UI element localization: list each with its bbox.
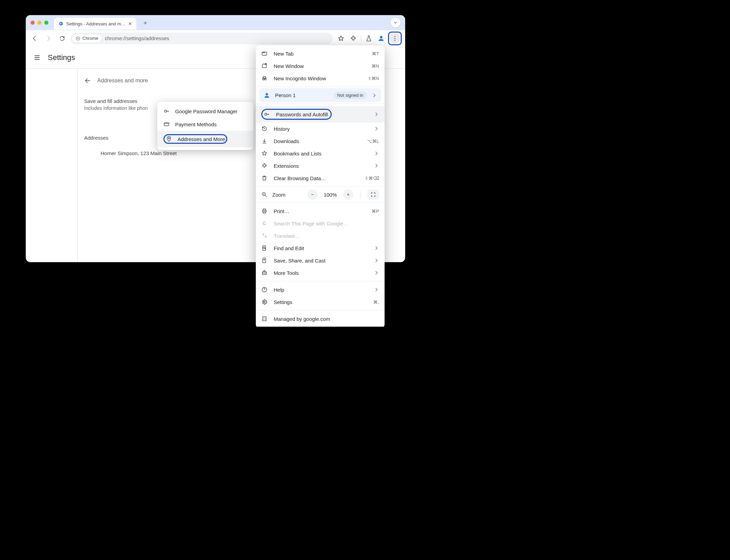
hamburger-icon[interactable] bbox=[33, 54, 41, 61]
menu-new-window[interactable]: New Window ⌘N bbox=[256, 60, 385, 72]
svg-point-5 bbox=[395, 39, 396, 40]
submenu-label: Addresses and More bbox=[178, 136, 225, 142]
chevron-right-icon bbox=[374, 151, 379, 156]
svg-rect-9 bbox=[262, 52, 267, 56]
menu-find-edit[interactable]: Find and Edit bbox=[256, 242, 385, 254]
omnibox[interactable]: Chrome chrome://settings/addresses bbox=[70, 33, 333, 44]
zoom-value: 100% bbox=[322, 192, 338, 198]
menu-highlight: Passwords and Autofill bbox=[261, 109, 332, 120]
chrome-chip: Chrome bbox=[72, 34, 102, 43]
chrome-main-menu: New Tab ⌘T New Window ⌘N New Incognito W… bbox=[256, 45, 385, 327]
menu-more-tools[interactable]: More Tools bbox=[256, 267, 385, 279]
bookmark-star-icon[interactable] bbox=[335, 33, 346, 44]
minimize-window[interactable] bbox=[37, 21, 42, 25]
menu-new-incognito[interactable]: New Incognito Window ⇧⌘N bbox=[256, 72, 385, 84]
fullscreen-button[interactable] bbox=[367, 189, 379, 200]
submenu-label: Google Password Manager bbox=[175, 108, 238, 114]
section-title: Addresses and more bbox=[97, 78, 148, 84]
menu-extensions[interactable]: Extensions bbox=[256, 160, 385, 172]
submenu-payment-methods[interactable]: Payment Methods bbox=[157, 118, 253, 131]
profile-avatar-icon[interactable] bbox=[376, 33, 387, 44]
tab-strip: Settings - Addresses and more ✕ bbox=[26, 15, 405, 30]
menu-clear-browsing-data[interactable]: Clear Browsing Data… ⇧⌘⌫ bbox=[256, 172, 385, 184]
credit-card-icon bbox=[163, 121, 170, 127]
svg-point-8 bbox=[168, 138, 170, 139]
menu-zoom-row: Zoom 100% bbox=[256, 187, 385, 202]
zoom-out-button[interactable] bbox=[307, 189, 318, 200]
tab-settings[interactable]: Settings - Addresses and more ✕ bbox=[54, 18, 136, 30]
menu-downloads[interactable]: Downloads ⌥⌘L bbox=[256, 135, 385, 147]
google-g-icon bbox=[261, 220, 267, 226]
settings-gear-icon bbox=[58, 21, 64, 26]
submenu-password-manager[interactable]: Google Password Manager bbox=[157, 105, 253, 118]
labs-flask-icon[interactable] bbox=[363, 33, 374, 44]
menu-settings[interactable]: Settings ⌘, bbox=[256, 296, 385, 308]
menu-help[interactable]: Help bbox=[256, 283, 385, 296]
svg-point-21 bbox=[264, 301, 265, 303]
chevron-right-icon bbox=[374, 258, 379, 263]
svg-rect-22 bbox=[263, 317, 266, 321]
submenu-highlight: Addresses and More bbox=[163, 134, 227, 144]
menu-bookmarks[interactable]: Bookmarks and Lists bbox=[256, 147, 385, 160]
menu-managed-by[interactable]: Managed by google.com bbox=[256, 313, 385, 325]
menu-search-page: Search This Page with Google… bbox=[256, 217, 385, 230]
reload-button[interactable] bbox=[57, 33, 68, 44]
svg-point-14 bbox=[265, 113, 267, 115]
chevron-right-icon bbox=[374, 126, 379, 131]
page-title: Settings bbox=[48, 53, 75, 62]
close-tab-icon[interactable]: ✕ bbox=[128, 21, 132, 26]
location-pin-icon bbox=[166, 136, 172, 142]
svg-point-3 bbox=[395, 36, 396, 37]
autofill-submenu: Google Password Manager Payment Methods … bbox=[157, 102, 253, 150]
close-window[interactable] bbox=[31, 21, 35, 25]
chip-label: Chrome bbox=[82, 36, 98, 41]
profile-badge: Not signed in bbox=[334, 92, 367, 99]
submenu-label: Payment Methods bbox=[175, 121, 217, 127]
maximize-window[interactable] bbox=[44, 21, 48, 25]
menu-new-tab[interactable]: New Tab ⌘T bbox=[256, 47, 385, 60]
back-button[interactable] bbox=[29, 33, 40, 44]
incognito-icon bbox=[261, 75, 267, 81]
menu-profile-row[interactable]: Person 1 Not signed in bbox=[259, 88, 381, 102]
svg-rect-16 bbox=[263, 246, 266, 250]
svg-point-4 bbox=[395, 38, 396, 39]
extensions-puzzle-icon[interactable] bbox=[348, 33, 359, 44]
submenu-addresses-and-more[interactable]: Addresses and More bbox=[157, 131, 253, 147]
building-icon bbox=[261, 316, 267, 322]
new-tab-button[interactable] bbox=[140, 18, 150, 28]
profile-name: Person 1 bbox=[275, 92, 329, 98]
separator bbox=[361, 35, 361, 42]
chevron-right-icon bbox=[374, 287, 379, 292]
svg-point-2 bbox=[380, 36, 382, 38]
star-icon bbox=[261, 150, 267, 156]
menu-save-share-cast[interactable]: Save, Share, and Cast bbox=[256, 254, 385, 267]
history-icon bbox=[261, 126, 267, 132]
find-icon bbox=[261, 245, 267, 251]
forward-button[interactable] bbox=[43, 33, 54, 44]
menu-passwords-autofill[interactable]: Passwords and Autofill bbox=[256, 106, 385, 122]
svg-point-11 bbox=[263, 79, 264, 80]
back-arrow-icon[interactable] bbox=[84, 77, 92, 84]
menu-history[interactable]: History bbox=[256, 122, 385, 135]
toolbar: Chrome chrome://settings/addresses bbox=[26, 30, 405, 47]
zoom-in-button[interactable] bbox=[343, 189, 353, 200]
key-icon bbox=[163, 108, 170, 114]
more-menu-button[interactable] bbox=[390, 33, 400, 44]
svg-point-6 bbox=[164, 110, 167, 112]
zoom-label: Zoom bbox=[272, 192, 303, 198]
tabs-dropdown-button[interactable] bbox=[391, 18, 400, 27]
svg-rect-10 bbox=[262, 64, 266, 68]
toolbox-icon bbox=[261, 270, 267, 276]
svg-point-13 bbox=[266, 93, 268, 95]
gear-icon bbox=[261, 299, 267, 305]
window-controls bbox=[31, 21, 48, 25]
more-menu-highlight bbox=[388, 32, 402, 45]
trash-icon bbox=[261, 175, 267, 181]
chevron-right-icon bbox=[374, 270, 379, 276]
translate-icon bbox=[261, 233, 267, 239]
menu-print[interactable]: Print… ⌘P bbox=[256, 205, 385, 217]
svg-point-1 bbox=[77, 38, 79, 39]
omnibox-url: chrome://settings/addresses bbox=[105, 35, 169, 41]
puzzle-icon bbox=[261, 163, 267, 169]
chevron-right-icon bbox=[374, 163, 379, 168]
